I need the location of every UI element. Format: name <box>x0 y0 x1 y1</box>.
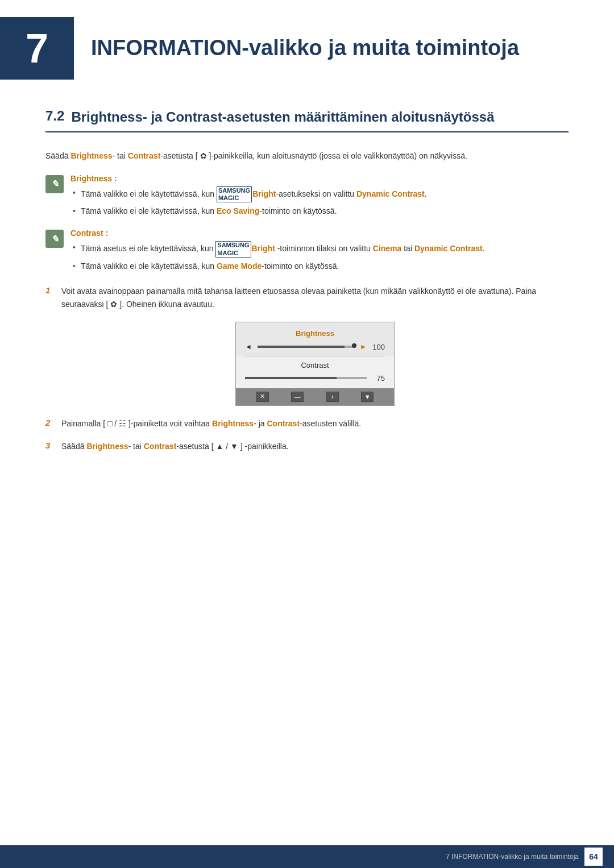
note-brightness-item-2: Tämä valikko ei ole käytettävissä, kun E… <box>70 205 569 217</box>
samsung-magic-label-2: SAMSUNGMAGIC <box>215 241 251 257</box>
dynamic-contrast-label-2: Dynamic Contrast <box>414 244 483 253</box>
step-2-number: 2 <box>45 418 61 427</box>
step2-brightness: Brightness <box>212 419 254 428</box>
intro-paragraph: Säädä Brightness- tai Contrast-asetusta … <box>45 149 569 162</box>
note-contrast-label: Contrast : <box>70 229 569 238</box>
main-content: 7.2 Brightness- ja Contrast-asetusten mä… <box>0 91 614 509</box>
widget-btn-minus: — <box>291 392 304 402</box>
note-contrast-content: Contrast : Tämä asetus ei ole käytettävi… <box>70 229 569 275</box>
brightness-slider-row: ◄ ► 100 <box>236 340 394 356</box>
dynamic-contrast-label-1: Dynamic Contrast <box>356 189 425 198</box>
note-brightness-icon: ✎ <box>45 175 64 193</box>
brightness-value: 100 <box>371 343 385 351</box>
section-number: 7.2 <box>45 108 64 124</box>
game-mode-label: Game Mode <box>217 261 262 271</box>
section-title: Brightness- ja Contrast-asetusten määrit… <box>71 108 494 126</box>
contrast-fill <box>245 377 337 379</box>
contrast-track <box>245 377 367 379</box>
samsung-magic-label-1: SAMSUNGMAGIC <box>217 186 252 202</box>
brightness-fill <box>258 346 345 348</box>
contrast-widget-label: Contrast <box>236 356 394 372</box>
step3-contrast: Contrast <box>144 442 177 451</box>
step-2: 2 Painamalla [ □ / ☷ ]-painiketta voit v… <box>45 417 569 430</box>
brightness-header: Brightness <box>236 322 394 340</box>
contrast-slider-row: 75 <box>236 372 394 388</box>
widget-btn-x: ✕ <box>256 392 269 402</box>
step-3-number: 3 <box>45 441 61 450</box>
step-2-text: Painamalla [ □ / ☷ ]-painiketta voit vai… <box>61 417 569 430</box>
note-contrast-item-1: Tämä asetus ei ole käytettävissä, kun SA… <box>70 241 569 257</box>
brightness-widget-label: Brightness <box>296 329 334 338</box>
note-brightness-item-1: Tämä valikko ei ole käytettävissä, kun S… <box>70 186 569 202</box>
ui-widget-container: Brightness ◄ ► 100 Contrast 75 <box>61 322 569 406</box>
widget-btn-down: ▼ <box>361 392 374 402</box>
chapter-title: INFORMATION-valikko ja muita toimintoja <box>91 35 519 61</box>
footer-page-number: 64 <box>584 848 603 866</box>
brightness-thumb <box>352 343 356 348</box>
eco-saving-label: Eco Saving <box>217 206 259 215</box>
note-contrast-block: ✎ Contrast : Tämä asetus ei ole käytettä… <box>45 229 569 275</box>
step-3-text: Säädä Brightness- tai Contrast-asetusta … <box>61 440 569 452</box>
cinema-label: Cinema <box>373 244 402 253</box>
bold-contrast: Contrast <box>128 151 161 160</box>
step-1-text: Voit avata avainoppaan painamalla mitä t… <box>61 285 569 310</box>
brightness-contrast-widget: Brightness ◄ ► 100 Contrast 75 <box>235 322 395 406</box>
step-1-number: 1 <box>45 285 61 295</box>
note-brightness-block: ✎ Brightness : Tämä valikko ei ole käyte… <box>45 174 569 220</box>
note-brightness-list: Tämä valikko ei ole käytettävissä, kun S… <box>70 186 569 218</box>
step-1: 1 Voit avata avainoppaan painamalla mitä… <box>45 285 569 310</box>
page-header: 7 INFORMATION-valikko ja muita toimintoj… <box>0 0 614 91</box>
chapter-number: 7 <box>0 17 74 80</box>
step2-contrast: Contrast <box>267 419 300 428</box>
page-footer: 7 INFORMATION-valikko ja muita toimintoj… <box>0 845 614 868</box>
widget-btn-plus: + <box>326 392 339 402</box>
note-contrast-list: Tämä asetus ei ole käytettävissä, kun SA… <box>70 241 569 272</box>
slider-left-arrow: ◄ <box>245 343 252 351</box>
bright-label-1: Bright <box>252 189 276 198</box>
contrast-value: 75 <box>371 374 385 383</box>
slider-right-arrow: ► <box>360 343 367 351</box>
bright-label-2: Bright <box>252 244 275 253</box>
step-3: 3 Säädä Brightness- tai Contrast-asetust… <box>45 440 569 452</box>
note-contrast-icon: ✎ <box>45 230 64 248</box>
note-contrast-item-2: Tämä valikko ei ole käytettävissä, kun G… <box>70 260 569 272</box>
note-brightness-content: Brightness : Tämä valikko ei ole käytett… <box>70 174 569 220</box>
section-heading: 7.2 Brightness- ja Contrast-asetusten mä… <box>45 108 569 132</box>
note-brightness-label: Brightness : <box>70 174 569 183</box>
step3-brightness: Brightness <box>86 442 128 451</box>
brightness-track <box>258 346 354 348</box>
footer-chapter-label: 7 INFORMATION-valikko ja muita toimintoj… <box>446 853 579 861</box>
widget-bottom-bar: ✕ — + ▼ <box>236 388 394 405</box>
bold-brightness: Brightness <box>70 151 112 160</box>
